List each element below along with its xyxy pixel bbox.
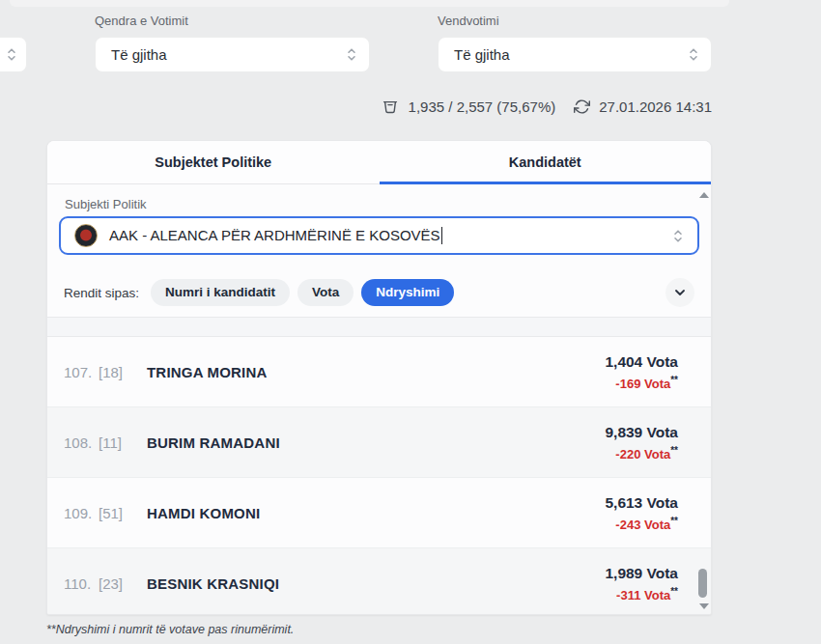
tab-kandidatet[interactable]: Kandidatët [380, 141, 712, 183]
scrollbar[interactable] [696, 185, 710, 614]
sort-option-numri-kandidatit[interactable]: Numri i kandidatit [151, 279, 290, 306]
qendra-select[interactable]: Të gjitha [95, 37, 370, 72]
footnote-marker: ** [670, 445, 678, 456]
candidate-change: -243 Vota** [605, 515, 678, 534]
vendvotimi-label: Vendvotimi [438, 14, 499, 28]
candidate-row: 109. [51] HAMDI KOMONI 5,613 Vota -243 V… [47, 478, 711, 548]
party-select-value: AAK - ALEANCA PËR ARDHMËRINË E KOSOVËS [109, 227, 442, 244]
qendra-label: Qendra e Votimit [95, 14, 188, 28]
ballot-box-icon [381, 97, 400, 116]
candidate-votes: 1,989 Vota [605, 562, 678, 585]
candidate-row: 110. [23] BESNIK KRASNIQI 1,989 Vota -31… [47, 548, 711, 615]
scroll-down-arrow-icon[interactable] [699, 603, 709, 609]
tab-subjektet-politike[interactable]: Subjektet Politike [47, 141, 380, 183]
party-filter-block: Subjekti Politik AAK - ALEANCA PËR ARDHM… [47, 184, 711, 255]
chevron-up-down-icon [6, 47, 17, 62]
chevron-down-icon [672, 285, 688, 300]
stats-row: 1,935 / 2,557 (75,67%) 27.01.2026 14:31 [381, 94, 712, 119]
edge-clipped-select[interactable] [0, 37, 27, 72]
candidate-row: 107. [18] TRINGA MORINA 1,404 Vota -169 … [47, 337, 711, 407]
refresh-icon[interactable] [574, 98, 590, 115]
candidate-name: BURIM RAMADANI [147, 434, 280, 451]
chevron-up-down-icon [346, 47, 357, 62]
expand-button[interactable] [665, 278, 694, 307]
clipped-previous-row [47, 317, 711, 337]
candidate-votes: 1,404 Vota [605, 350, 678, 374]
candidate-change: -220 Vota** [605, 444, 678, 463]
tab-label: Kandidatët [509, 154, 581, 170]
candidate-change: -311 Vota** [605, 585, 678, 604]
candidate-change: -169 Vota** [605, 374, 678, 393]
chevron-up-down-icon [672, 229, 684, 243]
qendra-select-value: Të gjitha [111, 46, 346, 63]
scroll-up-arrow-icon[interactable] [699, 192, 709, 198]
party-select[interactable]: AAK - ALEANCA PËR ARDHMËRINË E KOSOVËS [59, 216, 699, 255]
turnout-value: 1,935 / 2,557 (75,67%) [409, 98, 556, 115]
text-caret [441, 227, 443, 244]
tab-label: Subjektet Politike [155, 154, 271, 170]
candidate-number: [23] [99, 575, 137, 592]
party-label: Subjekti Politik [65, 197, 699, 211]
candidate-votes: 5,613 Vota [605, 491, 678, 515]
candidate-rank: 107. [64, 364, 95, 380]
candidate-rank: 109. [64, 505, 95, 521]
candidate-row: 108. [11] BURIM RAMADANI 9,839 Vota -220… [47, 407, 711, 478]
chevron-up-down-icon [688, 47, 699, 62]
sort-option-vota[interactable]: Vota [297, 279, 354, 306]
sort-row: Rendit sipas: Numri i kandidatit Vota Nd… [64, 278, 694, 307]
candidate-list: 107. [18] TRINGA MORINA 1,404 Vota -169 … [47, 317, 711, 615]
candidate-name: BESNIK KRASNIQI [147, 575, 279, 592]
candidate-number: [11] [99, 434, 137, 451]
candidate-number: [51] [99, 505, 137, 521]
top-edge-band [10, 0, 729, 7]
footnote-marker: ** [670, 375, 678, 385]
scrollbar-thumb[interactable] [698, 569, 707, 598]
candidate-name: HAMDI KOMONI [147, 505, 260, 521]
sort-label: Rendit sipas: [64, 286, 139, 300]
tab-bar: Subjektet Politike Kandidatët [47, 141, 711, 184]
footnote-text: **Ndryshimi i numrit të votave pas rinum… [46, 623, 294, 636]
candidate-number: [18] [99, 364, 137, 380]
vendvotimi-select[interactable]: Të gjitha [438, 37, 712, 72]
results-card: Subjektet Politike Kandidatët Subjekti P… [46, 140, 712, 615]
last-updated: 27.01.2026 14:31 [599, 98, 712, 115]
footnote-marker: ** [670, 586, 678, 597]
candidate-rank: 110. [64, 575, 95, 592]
footnote-marker: ** [670, 516, 678, 526]
candidate-rank: 108. [64, 434, 95, 451]
sort-option-ndryshimi[interactable]: Ndryshimi [361, 279, 454, 306]
party-logo-aak [74, 224, 98, 247]
vendvotimi-select-value: Të gjitha [454, 46, 688, 63]
candidate-votes: 9,839 Vota [605, 421, 678, 444]
candidate-name: TRINGA MORINA [147, 364, 268, 380]
